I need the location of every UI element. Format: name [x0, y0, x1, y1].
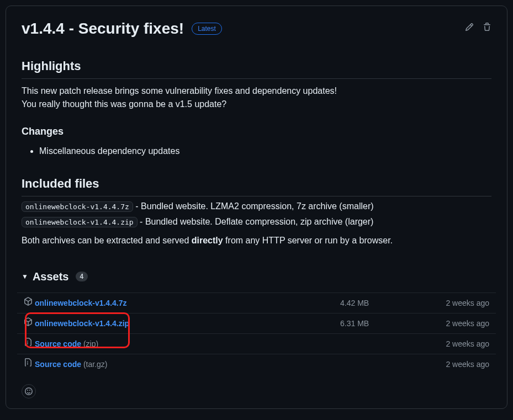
asset-date: 2 weeks ago — [429, 318, 489, 329]
served-suffix: from any HTTP server or run by a browser… — [223, 236, 393, 245]
file-code-1: onlinewebclock-v1.4.4.7z — [22, 201, 133, 212]
release-card: v1.4.4 - Security fixes! Latest Highligh… — [6, 6, 507, 409]
latest-badge: Latest — [192, 23, 222, 35]
asset-size: 4.42 MB — [340, 297, 429, 309]
package-icon — [24, 317, 33, 329]
reaction-bar — [22, 382, 491, 400]
included-files-heading: Included files — [22, 174, 491, 196]
assets-list: onlinewebclock-v1.4.4.7z 4.42 MB 2 weeks… — [17, 293, 496, 374]
edit-icon[interactable] — [465, 22, 474, 35]
asset-date: 2 weeks ago — [429, 297, 489, 309]
add-reaction-button[interactable] — [22, 384, 36, 398]
served-bold: directly — [192, 236, 223, 245]
asset-link[interactable]: Source code (zip) — [35, 338, 98, 350]
caret-down-icon: ▼ — [22, 272, 28, 281]
changes-item: Miscellaneous dependency updates — [39, 145, 491, 158]
highlights-line-1: This new patch release brings some vulne… — [22, 86, 337, 95]
release-actions — [465, 22, 491, 35]
changes-heading: Changes — [22, 124, 491, 139]
asset-date: 2 weeks ago — [429, 359, 489, 370]
delete-icon[interactable] — [483, 22, 491, 35]
highlights-heading: Highlights — [22, 57, 491, 79]
asset-link[interactable]: onlinewebclock-v1.4.4.7z — [35, 297, 127, 309]
file-line-2: onlinewebclock-v1.4.4.zip - Bundled webs… — [22, 215, 491, 228]
asset-date: 2 weeks ago — [429, 338, 489, 350]
highlights-line-2: You really thought this was gonna be a v… — [22, 99, 226, 109]
asset-row: onlinewebclock-v1.4.4.zip 6.31 MB 2 week… — [17, 313, 496, 334]
asset-link[interactable]: Source code (tar.gz) — [35, 359, 108, 370]
file-desc-2: - Bundled website. Deflate compression, … — [137, 217, 374, 226]
served-note: Both archives can be extracted and serve… — [22, 234, 491, 247]
release-header: v1.4.4 - Security fixes! Latest — [22, 17, 491, 40]
title-block: v1.4.4 - Security fixes! Latest — [22, 17, 222, 40]
asset-size: 6.31 MB — [340, 318, 429, 329]
assets-count: 4 — [76, 272, 88, 281]
assets-toggle[interactable]: ▼ Assets 4 — [22, 268, 491, 285]
served-prefix: Both archives can be extracted and serve… — [22, 236, 192, 245]
asset-row: Source code (tar.gz) 2 weeks ago — [17, 354, 496, 374]
asset-row: onlinewebclock-v1.4.4.7z 4.42 MB 2 weeks… — [17, 293, 496, 313]
file-zip-icon — [24, 338, 33, 350]
assets-label: Assets — [33, 268, 69, 285]
file-zip-icon — [24, 358, 33, 370]
file-code-2: onlinewebclock-v1.4.4.zip — [22, 217, 137, 227]
file-line-1: onlinewebclock-v1.4.4.7z - Bundled websi… — [22, 200, 491, 213]
release-title: v1.4.4 - Security fixes! — [22, 17, 184, 40]
changes-list: Miscellaneous dependency updates — [22, 145, 491, 158]
asset-link[interactable]: onlinewebclock-v1.4.4.zip — [35, 318, 129, 329]
file-desc-1: - Bundled website. LZMA2 compression, 7z… — [133, 201, 374, 211]
package-icon — [24, 297, 33, 309]
highlights-text: This new patch release brings some vulne… — [22, 84, 491, 111]
asset-row: Source code (zip) 2 weeks ago — [17, 334, 496, 354]
